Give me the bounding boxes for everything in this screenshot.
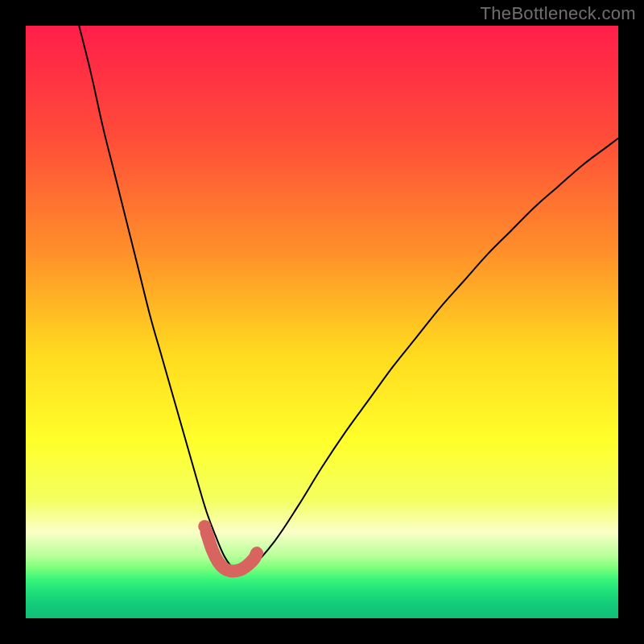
- chart-container: TheBottleneck.com: [0, 0, 644, 644]
- bottleneck-chart-svg: [26, 26, 618, 618]
- watermark-text: TheBottleneck.com: [481, 3, 636, 24]
- marker-dot: [198, 520, 211, 533]
- plot-area: [26, 26, 618, 618]
- gradient-background: [26, 26, 618, 618]
